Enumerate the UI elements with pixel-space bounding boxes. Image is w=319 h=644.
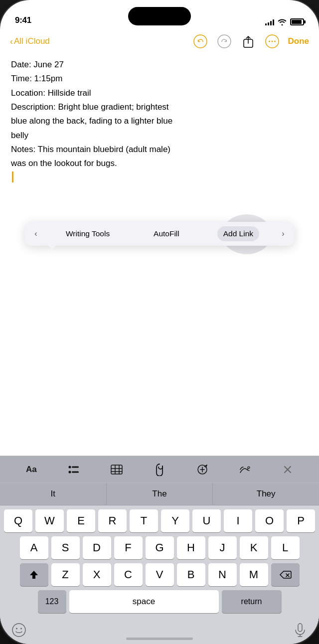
redo-button[interactable] [216, 33, 232, 49]
share-button[interactable] [240, 33, 256, 49]
keyboard-rows: Q W E R T Y U I O P A S D F G [0, 505, 319, 619]
key-h[interactable]: H [177, 536, 205, 559]
note-line-3: Location: Hillside trail [11, 87, 308, 100]
note-line-8: was on the lookout for bugs. [11, 157, 308, 170]
keyboard-toolbar: Aa [0, 456, 319, 483]
writing-tools-button[interactable]: Writing Tools [60, 226, 116, 241]
key-row-3: Z X C V B N M [2, 563, 317, 586]
key-x[interactable]: X [83, 563, 111, 586]
key-p[interactable]: P [287, 509, 315, 532]
phone-screen: 9:41 [0, 0, 319, 644]
svg-rect-8 [72, 466, 79, 468]
wifi-icon [278, 18, 287, 25]
formatting-toolbar: ‹ Writing Tools AutoFill Add Link › [25, 222, 294, 246]
note-line-5: blue along the back, fading to a lighter… [11, 115, 308, 128]
font-format-button[interactable]: Aa [22, 460, 41, 479]
toolbar-left-arrow[interactable]: ‹ [28, 226, 44, 242]
key-g[interactable]: G [146, 536, 174, 559]
svg-point-27 [20, 628, 22, 630]
key-q[interactable]: Q [4, 509, 32, 532]
attach-button[interactable] [150, 460, 169, 479]
signal-icon [265, 18, 274, 25]
svg-point-26 [16, 628, 17, 630]
note-line-4: Description: Bright blue gradient; brigh… [11, 101, 308, 114]
note-line-7: Notes: This mountain bluebird (adult mal… [11, 143, 308, 156]
key-e[interactable]: E [67, 509, 95, 532]
key-u[interactable]: U [192, 509, 221, 532]
done-button[interactable]: Done [288, 36, 310, 46]
svg-rect-28 [298, 624, 302, 632]
svg-point-6 [274, 41, 276, 42]
note-line-2: Time: 1:15pm [11, 72, 308, 85]
toolbar-right-arrow[interactable]: › [275, 226, 291, 242]
nav-icons: Done [192, 33, 310, 49]
predictive-word-1[interactable]: It [0, 483, 107, 505]
key-d[interactable]: D [83, 536, 111, 559]
table-button[interactable] [107, 460, 126, 479]
back-arrow-icon: ‹ [10, 36, 13, 47]
home-indicator [126, 638, 193, 640]
keyboard-bottom [0, 619, 319, 644]
note-content: Date: June 27 Time: 1:15pm Location: Hil… [0, 54, 319, 170]
key-k[interactable]: K [240, 536, 268, 559]
drawing-button[interactable] [235, 460, 254, 479]
toolbar-items: Writing Tools AutoFill Add Link [44, 226, 275, 241]
key-z[interactable]: Z [51, 563, 80, 586]
note-line-1: Date: June 27 [11, 58, 308, 71]
predictive-word-2[interactable]: The [107, 483, 213, 505]
svg-point-5 [271, 41, 273, 42]
predictive-word-3[interactable]: They [213, 483, 319, 505]
svg-rect-10 [72, 471, 79, 473]
close-keyboard-button[interactable] [278, 460, 297, 479]
svg-point-4 [269, 41, 270, 42]
key-row-1: Q W E R T Y U I O P [2, 509, 317, 532]
svg-point-1 [218, 35, 231, 48]
back-label: All iCloud [14, 36, 50, 46]
keyboard-area: Aa [0, 456, 319, 644]
key-j[interactable]: J [208, 536, 237, 559]
space-key[interactable]: space [69, 590, 219, 613]
svg-point-9 [68, 471, 71, 473]
key-y[interactable]: Y [161, 509, 189, 532]
key-s[interactable]: S [51, 536, 80, 559]
key-t[interactable]: T [130, 509, 158, 532]
back-button[interactable]: ‹ All iCloud [10, 36, 50, 47]
key-a[interactable]: A [20, 536, 48, 559]
return-key[interactable]: return [222, 590, 282, 613]
svg-point-7 [68, 466, 71, 468]
text-cursor [12, 171, 13, 182]
dynamic-island [128, 7, 191, 25]
status-time: 9:41 [15, 15, 31, 25]
key-o[interactable]: O [255, 509, 284, 532]
note-line-6: belly [11, 129, 308, 142]
add-link-button[interactable]: Add Link [217, 226, 259, 241]
key-b[interactable]: B [177, 563, 205, 586]
key-r[interactable]: R [98, 509, 127, 532]
key-w[interactable]: W [35, 509, 64, 532]
key-m[interactable]: M [240, 563, 268, 586]
shift-key[interactable] [20, 563, 48, 586]
autofill-button[interactable]: AutoFill [148, 226, 185, 241]
numbers-key[interactable]: 123 [38, 590, 66, 613]
key-f[interactable]: F [114, 536, 143, 559]
more-button[interactable] [264, 33, 280, 49]
svg-rect-11 [111, 465, 122, 474]
key-l[interactable]: L [271, 536, 300, 559]
markup-button[interactable] [193, 460, 212, 479]
key-i[interactable]: I [224, 509, 252, 532]
nav-bar: ‹ All iCloud [0, 29, 319, 54]
predictive-bar: It The They [0, 483, 319, 505]
svg-point-19 [248, 467, 250, 469]
key-v[interactable]: V [146, 563, 174, 586]
status-icons [265, 18, 304, 25]
emoji-button[interactable] [9, 621, 29, 639]
key-n[interactable]: N [208, 563, 237, 586]
backspace-key[interactable] [271, 563, 300, 586]
key-row-bottom: 123 space return [2, 590, 317, 613]
phone-frame: 9:41 [0, 0, 319, 644]
list-format-button[interactable] [65, 460, 84, 479]
key-c[interactable]: C [114, 563, 143, 586]
key-row-2: A S D F G H J K L [2, 536, 317, 559]
dictation-button[interactable] [290, 621, 310, 639]
undo-button[interactable] [192, 33, 208, 49]
